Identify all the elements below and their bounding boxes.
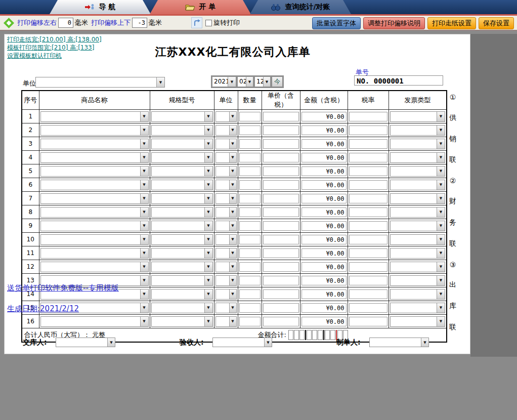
unit-cell-combobox[interactable]: ▼ — [216, 180, 237, 190]
quantity-input[interactable] — [239, 166, 261, 176]
quantity-input[interactable] — [239, 139, 261, 149]
invoice-type-combobox[interactable]: ▼ — [390, 139, 446, 149]
invoice-type-combobox[interactable]: ▼ — [390, 166, 446, 177]
quantity-input[interactable] — [239, 125, 261, 135]
invoice-type-combobox[interactable]: ▼ — [390, 234, 446, 245]
spec-model-combobox[interactable]: ▼ — [151, 248, 213, 259]
quantity-input[interactable] — [239, 235, 261, 244]
unit-price-input[interactable] — [263, 303, 299, 313]
tab-query-stats[interactable]: 查询统计/对账 — [250, 0, 351, 14]
quantity-input[interactable] — [239, 207, 261, 217]
default-printer-link[interactable]: 设置模板默认打印机 — [7, 52, 62, 60]
unit-cell-combobox[interactable]: ▼ — [216, 303, 237, 313]
rotate-print-checkbox[interactable] — [205, 20, 212, 26]
spec-model-combobox[interactable]: ▼ — [151, 152, 213, 163]
tax-rate-input[interactable] — [349, 139, 387, 149]
unit-price-input[interactable] — [263, 207, 299, 217]
product-name-combobox[interactable]: ▼ — [40, 180, 149, 190]
product-name-combobox[interactable]: ▼ — [40, 207, 149, 218]
spec-model-combobox[interactable]: ▼ — [151, 125, 213, 136]
unit-cell-combobox[interactable]: ▼ — [216, 289, 237, 300]
spec-model-combobox[interactable]: ▼ — [151, 316, 213, 327]
tax-rate-input[interactable] — [349, 180, 387, 190]
invoice-type-combobox[interactable]: ▼ — [390, 152, 446, 163]
tab-navigation[interactable]: 导 航 — [50, 0, 151, 14]
invoice-type-combobox[interactable]: ▼ — [390, 111, 446, 122]
spec-model-combobox[interactable]: ▼ — [151, 262, 213, 272]
paper-feed-settings-button[interactable]: 打印走纸设置 — [427, 17, 476, 29]
tax-rate-input[interactable] — [349, 303, 387, 313]
quantity-input[interactable] — [239, 303, 261, 313]
product-name-combobox[interactable]: ▼ — [40, 234, 149, 245]
unit-price-input[interactable] — [263, 139, 299, 149]
batch-font-button[interactable]: 批量设置字体 — [312, 17, 361, 29]
unit-price-input[interactable] — [263, 153, 299, 162]
deliverer-combobox[interactable]: ▼ — [56, 338, 115, 347]
unit-cell-combobox[interactable]: ▼ — [216, 152, 237, 163]
tax-rate-input[interactable] — [349, 166, 387, 176]
unit-cell-combobox[interactable]: ▼ — [216, 166, 237, 177]
invoice-type-combobox[interactable]: ▼ — [390, 289, 446, 300]
unit-price-input[interactable] — [263, 235, 299, 244]
tax-rate-input[interactable] — [349, 125, 387, 135]
unit-price-input[interactable] — [263, 180, 299, 190]
unit-price-input[interactable] — [263, 248, 299, 258]
spec-model-combobox[interactable]: ▼ — [151, 303, 213, 313]
unit-combobox[interactable]: ▼ — [35, 77, 165, 88]
unit-price-input[interactable] — [263, 112, 299, 121]
tax-rate-input[interactable] — [349, 153, 387, 162]
unit-price-input[interactable] — [263, 262, 299, 272]
tax-rate-input[interactable] — [349, 221, 387, 231]
invoice-type-combobox[interactable]: ▼ — [390, 180, 446, 190]
invoice-type-combobox[interactable]: ▼ — [390, 193, 446, 204]
product-name-combobox[interactable]: ▼ — [40, 111, 149, 122]
software-watermark-link[interactable]: 送货单打印软件免费版--专用模版 — [7, 283, 119, 293]
unit-price-input[interactable] — [263, 166, 299, 176]
spec-model-combobox[interactable]: ▼ — [151, 166, 213, 177]
invoice-type-combobox[interactable]: ▼ — [390, 316, 446, 327]
quantity-input[interactable] — [239, 153, 261, 162]
spec-model-combobox[interactable]: ▼ — [151, 275, 213, 286]
unit-cell-combobox[interactable]: ▼ — [216, 193, 237, 204]
unit-price-input[interactable] — [263, 125, 299, 135]
template-range-link[interactable]: 模板打印范围宽:[210] 高:[133] — [7, 44, 94, 52]
quantity-input[interactable] — [239, 276, 261, 285]
product-name-combobox[interactable]: ▼ — [40, 193, 149, 204]
spec-model-combobox[interactable]: ▼ — [151, 207, 213, 218]
tax-rate-input[interactable] — [349, 207, 387, 217]
tax-rate-input[interactable] — [349, 276, 387, 285]
tax-rate-input[interactable] — [349, 235, 387, 244]
doc-no-input[interactable] — [354, 75, 443, 86]
adjust-offset-help-button[interactable]: 调整打印偏移说明 — [363, 17, 425, 29]
spec-model-combobox[interactable]: ▼ — [151, 193, 213, 204]
unit-price-input[interactable] — [263, 194, 299, 203]
spec-model-combobox[interactable]: ▼ — [151, 111, 213, 122]
inspector-combobox[interactable]: ▼ — [212, 338, 272, 347]
product-name-combobox[interactable]: ▼ — [40, 166, 149, 177]
unit-cell-combobox[interactable]: ▼ — [216, 207, 237, 218]
spec-model-combobox[interactable]: ▼ — [151, 139, 213, 149]
invoice-type-combobox[interactable]: ▼ — [390, 248, 446, 259]
product-name-combobox[interactable]: ▼ — [40, 248, 149, 259]
spec-model-combobox[interactable]: ▼ — [151, 234, 213, 245]
unit-price-input[interactable] — [263, 289, 299, 299]
doc-maker-combobox[interactable]: ▼ — [369, 338, 429, 347]
product-name-combobox[interactable]: ▼ — [40, 125, 149, 136]
tax-rate-input[interactable] — [349, 194, 387, 203]
quantity-input[interactable] — [239, 221, 261, 231]
today-button[interactable]: 今 — [272, 76, 283, 87]
spec-model-combobox[interactable]: ▼ — [151, 221, 213, 231]
unit-price-input[interactable] — [263, 221, 299, 231]
save-settings-button[interactable]: 保存设置 — [479, 17, 514, 29]
quantity-input[interactable] — [239, 112, 261, 121]
offset-ud-input[interactable] — [132, 18, 147, 28]
quantity-input[interactable] — [239, 317, 261, 326]
tab-billing-active[interactable]: 开 单 — [150, 0, 251, 14]
unit-cell-combobox[interactable]: ▼ — [216, 111, 237, 122]
unit-cell-combobox[interactable]: ▼ — [216, 221, 237, 231]
generated-date-link[interactable]: 生成日期:2021/2/12 — [7, 304, 79, 314]
invoice-type-combobox[interactable]: ▼ — [390, 275, 446, 286]
quantity-input[interactable] — [239, 194, 261, 203]
product-name-combobox[interactable]: ▼ — [40, 139, 149, 149]
product-name-combobox[interactable]: ▼ — [40, 262, 149, 272]
